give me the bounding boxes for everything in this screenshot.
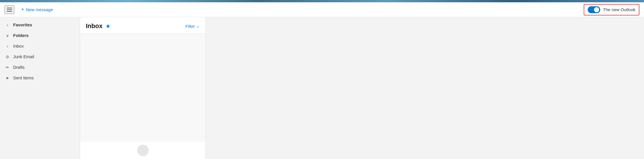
pencil-icon: ✏ xyxy=(5,65,10,70)
top-image-strip xyxy=(0,0,644,2)
sidebar-item-label: Drafts xyxy=(13,65,25,70)
junk-icon: ⊘ xyxy=(5,54,10,59)
star-icon[interactable]: ★ xyxy=(105,23,111,30)
sidebar-item-favorites[interactable]: › Favorites xyxy=(0,19,80,30)
new-message-button[interactable]: + New message xyxy=(19,5,55,14)
sent-icon: ➤ xyxy=(5,76,10,80)
filter-chevron-icon: ⌄ xyxy=(196,23,200,29)
toolbar-right: The new Outlook xyxy=(584,4,639,15)
inbox-title-area: Inbox ★ xyxy=(86,22,111,30)
filter-button[interactable]: Filter ⌄ xyxy=(186,23,200,29)
main-content: › Favorites ∨ Folders › Inbox ⊘ Junk Ema… xyxy=(0,17,644,159)
new-message-label: New message xyxy=(26,7,53,12)
toolbar: + New message The new Outlook xyxy=(0,2,644,17)
toolbar-left: + New message xyxy=(5,5,55,14)
sidebar-item-inbox[interactable]: › Inbox xyxy=(0,41,80,51)
email-list-panel: Inbox ★ Filter ⌄ xyxy=(80,17,206,159)
sidebar-item-label: Sent Items xyxy=(13,75,34,80)
reading-pane xyxy=(206,17,644,159)
new-outlook-toggle-container: The new Outlook xyxy=(584,4,639,15)
sidebar: › Favorites ∨ Folders › Inbox ⊘ Junk Ema… xyxy=(0,17,80,159)
chevron-right-icon: › xyxy=(5,23,10,27)
hamburger-line xyxy=(7,11,12,12)
sidebar-item-label: Inbox xyxy=(13,44,24,48)
email-list-footer xyxy=(80,142,206,159)
toggle-thumb xyxy=(594,7,599,12)
toggle-track xyxy=(588,6,600,13)
hamburger-line xyxy=(7,9,12,10)
email-list-body xyxy=(80,34,206,142)
hamburger-menu-button[interactable] xyxy=(5,5,14,14)
filter-label: Filter xyxy=(186,24,195,29)
new-outlook-label: The new Outlook xyxy=(603,7,635,12)
new-outlook-toggle[interactable] xyxy=(588,6,600,13)
sidebar-item-label: Folders xyxy=(13,33,29,38)
email-list-header: Inbox ★ Filter ⌄ xyxy=(80,17,206,34)
inbox-title: Inbox xyxy=(86,22,103,30)
sidebar-item-label: Favorites xyxy=(13,22,32,27)
chevron-down-icon: ∨ xyxy=(5,33,10,38)
hamburger-line xyxy=(7,8,12,8)
sidebar-item-sent-items[interactable]: ➤ Sent Items xyxy=(0,72,80,83)
avatar xyxy=(137,145,149,156)
plus-icon: + xyxy=(21,7,24,13)
sidebar-item-label: Junk Email xyxy=(13,54,34,59)
sidebar-item-drafts[interactable]: ✏ Drafts xyxy=(0,62,80,72)
chevron-right-icon: › xyxy=(5,44,10,48)
sidebar-item-junk-email[interactable]: ⊘ Junk Email xyxy=(0,51,80,62)
sidebar-item-folders[interactable]: ∨ Folders xyxy=(0,30,80,41)
